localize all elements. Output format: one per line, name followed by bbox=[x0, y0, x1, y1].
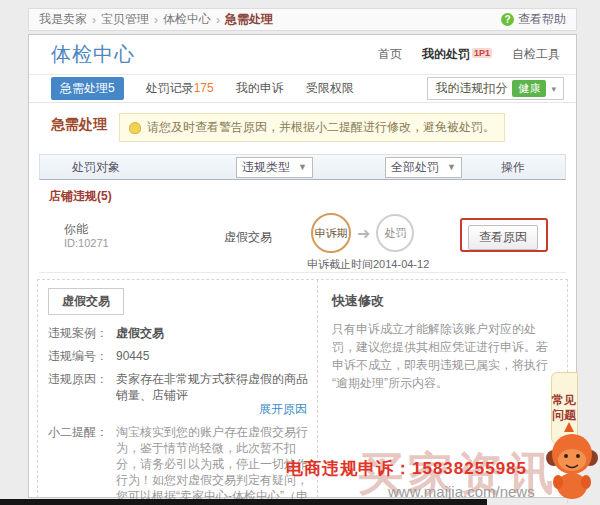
bottom-dark-bar bbox=[0, 499, 487, 505]
header-nav: 首页 我的处罚1P1 自检工具 bbox=[378, 46, 560, 63]
violation-type-select[interactable]: 违规类型 ▼ bbox=[236, 157, 313, 178]
tab-penalty-records-label: 处罚记录 bbox=[146, 81, 194, 95]
field-value: 淘宝核实到您的账户存在虚假交易行为，鉴于情节尚轻微，此次暂不扣分，请务必引以为戒… bbox=[116, 424, 309, 505]
bulb-icon bbox=[129, 122, 141, 134]
violation-tag: 虚假交易 bbox=[48, 288, 124, 315]
help-icon: ? bbox=[501, 13, 514, 26]
seller-name: 你能 bbox=[64, 221, 88, 238]
arrow-right-icon: ➜ bbox=[357, 224, 370, 243]
watermark-url: www.maijia.com/news bbox=[388, 483, 535, 500]
violation-score-label: 我的违规扣分 bbox=[435, 80, 507, 97]
nav-my-penalties-label: 我的处罚 bbox=[422, 47, 470, 61]
main-panel: 体检中心 首页 我的处罚1P1 自检工具 急需处理5 处罚记录175 我的申诉 … bbox=[28, 34, 577, 498]
breadcrumb-separator: › bbox=[154, 13, 158, 27]
step-penalty: 处罚 bbox=[376, 214, 414, 252]
breadcrumb-item-checkup[interactable]: 体检中心 bbox=[163, 11, 211, 28]
field-reason: 违规原因： 卖家存在非常规方式获得虚假的商品销量、店铺评 bbox=[48, 371, 309, 403]
field-case: 违规案例： 虚假交易 bbox=[48, 325, 309, 342]
column-header-object: 处罚对象 bbox=[72, 159, 120, 176]
detail-left-column: 虚假交易 违规案例： 虚假交易 违规编号： 90445 违规原因： 卖家存在非常… bbox=[38, 280, 318, 505]
tab-restricted-permissions[interactable]: 受限权限 bbox=[306, 80, 354, 97]
penalty-filter-select[interactable]: 全部处罚 ▼ bbox=[385, 157, 462, 178]
section-title-urgent: 急需处理 bbox=[51, 113, 107, 134]
penalty-filter-select-value: 全部处罚 bbox=[391, 159, 439, 176]
violation-table-row: 你能 ID:10271 虚假交易 申诉期 ➜ 处罚 申诉截止时间2014-04-… bbox=[39, 207, 566, 273]
filter-bar: 处罚对象 违规类型 ▼ 全部处罚 ▼ 操作 bbox=[39, 154, 566, 180]
screen: 我是卖家 › 宝贝管理 › 体检中心 › 急需处理 ? 查看帮助 体检中心 首页… bbox=[0, 0, 600, 505]
violation-type-select-value: 违规类型 bbox=[242, 159, 290, 176]
nav-my-penalties[interactable]: 我的处罚1P1 bbox=[422, 46, 492, 63]
field-label: 小二提醒： bbox=[48, 424, 116, 505]
penalty-count-badge: 1P1 bbox=[472, 48, 492, 58]
quick-fix-text: 只有申诉成立才能解除该账户对应的处罚，建议您提供其相应凭证进行申诉。若申诉不成立… bbox=[332, 320, 553, 392]
tab-urgent[interactable]: 急需处理5 bbox=[51, 77, 124, 100]
field-label: 违规原因： bbox=[48, 371, 116, 403]
mascot-icon bbox=[544, 420, 600, 502]
tab-penalty-records[interactable]: 处罚记录175 bbox=[146, 80, 214, 97]
warning-notice-text: 请您及时查看警告原因，并根据小二提醒进行修改，避免被处罚。 bbox=[147, 119, 495, 136]
field-value: 90445 bbox=[116, 348, 309, 365]
tabs-row: 急需处理5 处罚记录175 我的申诉 受限权限 我的违规扣分 健康 ▾ bbox=[29, 75, 576, 103]
step-appeal-period: 申诉期 bbox=[311, 213, 351, 253]
page-title: 体检中心 bbox=[51, 41, 135, 68]
field-number: 违规编号： 90445 bbox=[48, 348, 309, 365]
warning-notice: 请您及时查看警告原因，并根据小二提醒进行修改，避免被处罚。 bbox=[119, 113, 505, 142]
seller-id: ID:10271 bbox=[64, 237, 109, 249]
breadcrumb: 我是卖家 › 宝贝管理 › 体检中心 › 急需处理 ? 查看帮助 bbox=[28, 8, 577, 31]
chevron-down-icon: ▼ bbox=[298, 162, 307, 172]
nav-self-check-tools[interactable]: 自检工具 bbox=[512, 46, 560, 63]
field-label: 违规案例： bbox=[48, 325, 116, 342]
health-status-badge: 健康 bbox=[512, 80, 546, 97]
violation-type-cell: 虚假交易 bbox=[224, 229, 272, 246]
panel-header: 体检中心 首页 我的处罚1P1 自检工具 bbox=[29, 35, 576, 75]
breadcrumb-item-items[interactable]: 宝贝管理 bbox=[101, 11, 149, 28]
nav-home[interactable]: 首页 bbox=[378, 46, 402, 63]
field-value: 虚假交易 bbox=[116, 325, 309, 342]
field-reminder: 小二提醒： 淘宝核实到您的账户存在虚假交易行为，鉴于情节尚轻微，此次暂不扣分，请… bbox=[48, 424, 309, 505]
breadcrumb-separator: › bbox=[216, 13, 220, 27]
quick-fix-title: 快速修改 bbox=[332, 292, 553, 310]
breadcrumb-item-seller[interactable]: 我是卖家 bbox=[39, 11, 87, 28]
view-help-label: 查看帮助 bbox=[518, 11, 566, 28]
column-header-action: 操作 bbox=[501, 159, 525, 176]
group-title-shop-violations: 店铺违规(5) bbox=[29, 180, 576, 207]
chevron-down-icon: ▾ bbox=[551, 84, 556, 94]
breadcrumb-separator: › bbox=[92, 13, 96, 27]
mascot-character bbox=[544, 420, 600, 505]
appeal-deadline: 申诉截止时间2014-04-12 bbox=[307, 257, 429, 272]
chevron-down-icon: ▼ bbox=[447, 162, 456, 172]
view-help-link[interactable]: ? 查看帮助 bbox=[501, 11, 566, 28]
violation-score-dropdown[interactable]: 我的违规扣分 健康 ▾ bbox=[427, 77, 564, 100]
penalty-records-count: 175 bbox=[194, 81, 214, 95]
field-label: 违规编号： bbox=[48, 348, 116, 365]
watermark-phone-text: 电商违规申诉：15838255985 bbox=[286, 457, 527, 480]
expand-reason-link[interactable]: 展开原因 bbox=[48, 401, 307, 418]
tab-my-appeals[interactable]: 我的申诉 bbox=[236, 80, 284, 97]
breadcrumb-current: 急需处理 bbox=[225, 11, 273, 28]
appeal-progress-steps: 申诉期 ➜ 处罚 bbox=[311, 213, 414, 253]
field-value: 卖家存在非常规方式获得虚假的商品销量、店铺评 bbox=[116, 371, 309, 403]
notice-row: 急需处理 请您及时查看警告原因，并根据小二提醒进行修改，避免被处罚。 bbox=[29, 103, 576, 148]
view-reason-button[interactable]: 查看原因 bbox=[468, 225, 538, 250]
